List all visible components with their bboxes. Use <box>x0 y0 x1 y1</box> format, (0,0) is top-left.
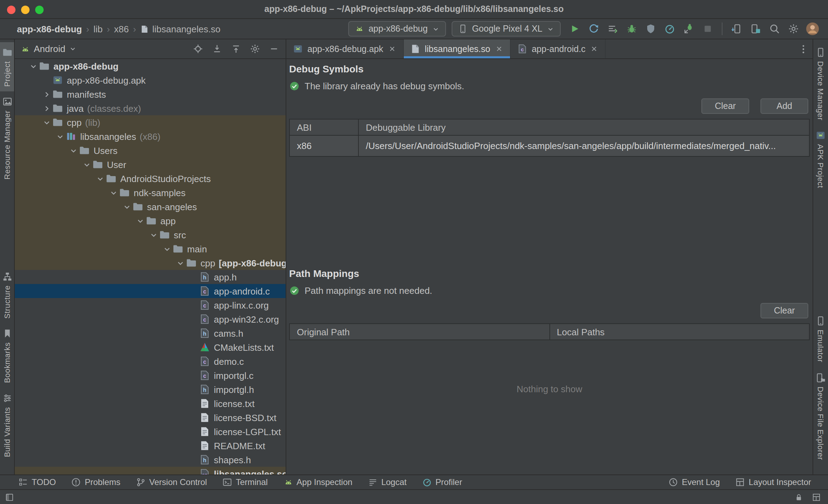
tree-item[interactable]: CMakeLists.txt <box>15 340 286 354</box>
tree-item[interactable]: hcams.h <box>15 326 286 340</box>
chevron-down-icon[interactable] <box>95 174 104 183</box>
close-tab-button[interactable] <box>387 44 396 53</box>
tree-item[interactable]: User <box>15 157 286 172</box>
tree-toggle[interactable] <box>54 132 65 141</box>
abi-column-header[interactable]: ABI <box>289 119 358 135</box>
tool-stripe-build-variants[interactable]: Build Variants <box>0 388 14 462</box>
tree-toggle[interactable] <box>121 202 132 211</box>
locate-file-button[interactable] <box>191 43 204 55</box>
breadcrumb-item[interactable]: x86 <box>114 24 129 34</box>
close-icon[interactable] <box>387 44 396 53</box>
chevron-down-icon[interactable] <box>122 202 131 211</box>
close-icon[interactable] <box>495 44 504 53</box>
debug-button[interactable] <box>623 20 640 37</box>
clear-debug-symbols-button[interactable]: Clear <box>701 98 749 114</box>
device-manager-button[interactable] <box>747 20 764 37</box>
tree-item[interactable]: AndroidStudioProjects <box>15 172 286 186</box>
tree-item[interactable]: license.txt <box>15 396 286 411</box>
tool-stripe-structure[interactable]: Structure <box>0 266 14 323</box>
expand-all-button[interactable] <box>210 43 223 55</box>
tool-window-button-event-log[interactable]: Event Log <box>668 477 720 487</box>
tree-toggle[interactable] <box>41 118 52 127</box>
connect-device-button[interactable] <box>728 20 745 37</box>
chevron-down-icon[interactable] <box>176 258 185 267</box>
tree-toggle[interactable] <box>161 244 172 253</box>
tree-toggle[interactable] <box>81 160 92 169</box>
tool-window-button-version-control[interactable]: Version Control <box>136 477 207 487</box>
project-view-chevron[interactable] <box>69 45 77 53</box>
local-paths-column-header[interactable]: Local Paths <box>549 324 809 340</box>
tool-window-button-app-inspection[interactable]: App Inspection <box>283 477 352 487</box>
close-tab-button[interactable] <box>495 44 504 53</box>
hide-panel-button[interactable] <box>267 43 280 55</box>
tool-stripe-bookmarks[interactable]: Bookmarks <box>0 323 14 388</box>
stop-button[interactable] <box>699 20 716 37</box>
tree-item[interactable]: license-BSD.txt <box>15 411 286 425</box>
tool-window-button-todo[interactable]: TODO <box>18 477 56 487</box>
tree-item[interactable]: libsanangeles(x86) <box>15 129 286 143</box>
clear-path-mappings-button[interactable]: Clear <box>760 303 808 318</box>
apply-changes-button[interactable] <box>585 20 602 37</box>
close-icon[interactable] <box>590 44 599 53</box>
tabs-options-button[interactable] <box>794 39 813 58</box>
add-debug-symbols-button[interactable]: Add <box>760 98 808 114</box>
tree-item[interactable]: Users <box>15 143 286 157</box>
original-path-column-header[interactable]: Original Path <box>289 324 549 340</box>
project-view-select[interactable]: Android <box>34 44 65 54</box>
tree-item[interactable]: main <box>15 242 286 256</box>
chevron-down-icon[interactable] <box>28 62 38 71</box>
run-configuration-select[interactable]: app-x86-debug <box>348 21 446 37</box>
tree-item[interactable]: cpp[app-x86-debug] <box>15 256 286 270</box>
tool-stripe-emulator[interactable]: Emulator <box>813 311 828 367</box>
tree-toggle[interactable] <box>41 104 52 113</box>
tree-item[interactable]: cpp(lib) <box>15 115 286 129</box>
attach-debugger-button[interactable] <box>680 20 697 37</box>
tree-toggle[interactable] <box>68 146 79 155</box>
chevron-right-icon[interactable] <box>42 90 51 99</box>
editor-tab[interactable]: app-x86-debug.apk <box>286 39 403 58</box>
user-avatar-button[interactable] <box>804 20 821 37</box>
breadcrumb-item[interactable]: lib <box>94 24 103 34</box>
tree-item[interactable]: hshapes.h <box>15 453 286 467</box>
view-options-button[interactable] <box>248 43 261 55</box>
breadcrumb-item[interactable]: app-x86-debug <box>17 24 82 34</box>
tree-item[interactable]: happ.h <box>15 270 286 284</box>
tree-item[interactable]: san-angeles <box>15 200 286 214</box>
tool-window-button-logcat[interactable]: Logcat <box>368 477 407 487</box>
tree-item[interactable]: ndk-samples <box>15 186 286 200</box>
tool-window-switcher-button[interactable] <box>5 492 14 502</box>
table-row[interactable]: x86/Users/User/AndroidStudioProjects/ndk… <box>289 135 809 156</box>
apply-code-changes-button[interactable] <box>604 20 621 37</box>
chevron-down-icon[interactable] <box>42 118 51 127</box>
abi-cell[interactable]: x86 <box>289 135 358 156</box>
tree-item[interactable]: README.txt <box>15 439 286 453</box>
tool-stripe-project[interactable]: Project <box>0 42 14 92</box>
tool-window-button-layout-inspector[interactable]: Layout Inspector <box>735 477 811 487</box>
zoom-window-button[interactable] <box>35 5 44 14</box>
close-tab-button[interactable] <box>590 44 599 53</box>
tree-toggle[interactable] <box>27 62 39 71</box>
tree-item[interactable]: src <box>15 228 286 242</box>
tool-stripe-device-file-explorer[interactable]: Device File Explorer <box>813 367 828 465</box>
tree-toggle[interactable] <box>94 174 106 183</box>
chevron-down-icon[interactable] <box>135 216 145 225</box>
profile-button[interactable] <box>661 20 678 37</box>
chevron-right-icon[interactable] <box>42 104 51 113</box>
tree-toggle[interactable] <box>174 258 186 267</box>
chevron-down-icon[interactable] <box>149 230 158 239</box>
settings-button[interactable] <box>785 20 802 37</box>
chevron-down-icon[interactable] <box>162 244 171 253</box>
tool-window-button-problems[interactable]: Problems <box>71 477 120 487</box>
debuggable-library-column-header[interactable]: Debuggable Library <box>358 119 809 135</box>
editor-tab[interactable]: libsanangeles.so <box>403 39 510 58</box>
tool-stripe-apk-project[interactable]: APK Project <box>813 125 828 193</box>
tree-item[interactable]: app-x86-debug <box>15 59 286 73</box>
device-select[interactable]: Google Pixel 4 XL <box>452 21 561 37</box>
minimize-window-button[interactable] <box>21 5 30 14</box>
tree-toggle[interactable] <box>108 188 119 197</box>
chevron-down-icon[interactable] <box>109 188 118 197</box>
tree-item[interactable]: cimportgl.c <box>15 368 286 382</box>
attach-profiler-button[interactable] <box>642 20 659 37</box>
chevron-down-icon[interactable] <box>55 132 64 141</box>
tree-item[interactable]: solibsanangeles.so <box>15 467 286 474</box>
